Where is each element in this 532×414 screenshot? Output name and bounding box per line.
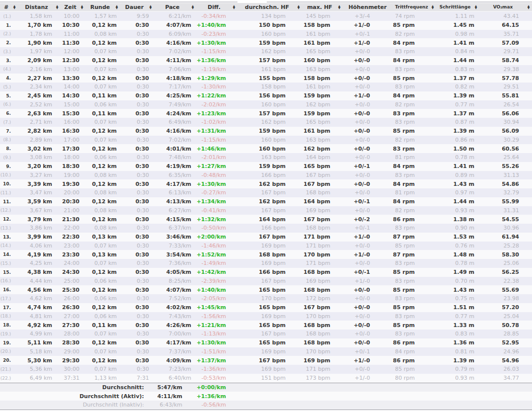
lap-row[interactable]: 2.1,90 km11:300,12 km0:304:16/km+1:30/km… — [0, 38, 532, 47]
cell-diff: -2:39/km — [196, 277, 237, 286]
column-header-max-hf[interactable]: max. HF▲▼ — [302, 3, 343, 11]
sort-icon[interactable]: ▲▼ — [115, 5, 119, 9]
inactive-lap-row[interactable]: (4.)2,16 km13:000,07 km0:307:06/km-1:19/… — [0, 65, 532, 74]
inactive-lap-row[interactable]: (15.)4,25 km24:000,07 km0:307:36/km-1:49… — [0, 259, 532, 268]
lap-row[interactable]: 14.4,19 km23:300,13 km0:303:54/km+1:52/k… — [0, 250, 532, 259]
cell-time: 29:00 — [61, 347, 85, 356]
cell-vo2max: 28.85 — [479, 330, 532, 338]
lap-row[interactable]: 15.4,38 km24:300,12 km0:304:05/km+1:42/k… — [0, 268, 532, 277]
lap-row[interactable]: 5.2,45 km14:300,11 km0:304:25/km+1:22/km… — [0, 91, 532, 100]
inactive-lap-row[interactable]: (17.)4,62 km26:000,06 km0:307:52/km-2:05… — [0, 294, 532, 303]
inactive-lap-row[interactable]: (14.)4,06 km23:000,07 km0:307:33/km-1:46… — [0, 242, 532, 250]
sort-icon[interactable]: ▲▼ — [527, 5, 531, 9]
sort-icon[interactable]: ▲▼ — [297, 5, 301, 9]
cell-pace: 7:43/km — [154, 312, 196, 321]
inactive-lap-row[interactable]: (13.)3,86 km22:000,08 km0:306:37/km-0:50… — [0, 224, 532, 233]
cell-lap: 0,08 km — [85, 171, 120, 180]
inactive-lap-row[interactable]: (3.)1,97 km12:000,07 km0:307:02/km-1:15/… — [0, 47, 532, 56]
column-header-pace[interactable]: Pace▲▼ — [154, 3, 196, 11]
inactive-lap-row[interactable]: (5.)2,34 km14:000,07 km0:307:17/km-1:30/… — [0, 83, 532, 91]
column-header-durchschn-hf[interactable]: durchschn. HF▲▼ — [237, 3, 302, 11]
column-header-trittfrequenz[interactable]: Trittfrequenz▲▼ — [392, 3, 436, 11]
lap-row[interactable]: 7.2,82 km16:300,12 km0:304:16/km+1:31/km… — [0, 127, 532, 136]
lap-row[interactable]: 12.3,79 km21:300,12 km0:304:15/km+1:32/k… — [0, 215, 532, 224]
cell-cadence: 81 rpm — [392, 153, 436, 162]
inactive-lap-row[interactable]: (22.)6,49 km37:311,13 km7:316:40/km-0:53… — [0, 374, 532, 383]
lap-row[interactable]: 1.1,70 km10:300,12 km0:304:07/km+1:40/km… — [0, 21, 532, 30]
cell-distance: 2,63 km — [18, 109, 61, 118]
inactive-lap-row[interactable]: (11.)3,47 km20:000,08 km0:306:13/km-0:27… — [0, 188, 532, 197]
cell-max-hr: 168 bpm — [302, 188, 343, 197]
inactive-lap-row[interactable]: (7.)2,71 km16:000,07 km0:306:49/km-1:02/… — [0, 118, 532, 127]
column-header-#[interactable]: #▲▼ — [0, 3, 18, 11]
inactive-lap-row[interactable]: (16.)4,44 km25:000,06 km0:308:25/km-2:39… — [0, 277, 532, 286]
cell-elevation: +0/-1 — [343, 197, 392, 206]
column-header-schrittl-nge[interactable]: Schrittlänge▲▼ — [436, 3, 479, 11]
sort-icon[interactable]: ▲▼ — [337, 5, 341, 9]
cell-vo2max: 24.96 — [479, 347, 532, 356]
inactive-lap-row[interactable]: (18.)4,81 km27:000,06 km0:307:43/km-1:56… — [0, 312, 532, 321]
column-header-distanz[interactable]: Distanz▲▼ — [18, 3, 61, 11]
sort-icon[interactable]: ▲▼ — [55, 5, 59, 9]
lap-row[interactable]: 3.2,09 km12:300,12 km0:304:11/km+1:36/km… — [0, 56, 532, 65]
cell-diff: -1:30/km — [196, 83, 237, 91]
cell-avg-hr: 134 bpm — [237, 11, 302, 21]
sort-icon[interactable]: ▲▼ — [232, 5, 236, 9]
lap-row[interactable]: 11.3,59 km20:300,12 km0:304:13/km+1:34/k… — [0, 197, 532, 206]
lap-row[interactable]: 20.5,30 km29:300,12 km0:304:09/km+1:37/k… — [0, 356, 532, 365]
lap-row[interactable]: 10.3,39 km19:300,12 km0:304:17/km+1:30/k… — [0, 179, 532, 188]
lap-row[interactable]: 18.4,92 km27:300,11 km0:304:26/km+1:21/k… — [0, 321, 532, 330]
cell-avg-hr: 167 bpm — [237, 188, 302, 197]
cell-time: 28:00 — [61, 330, 85, 338]
sort-icon[interactable]: ▲▼ — [149, 5, 152, 9]
cell-lap: 0,07 km — [85, 259, 120, 268]
cell-vo2max: 30.96 — [479, 224, 532, 233]
inactive-lap-row[interactable]: (9.)3,08 km18:000,06 km0:307:48/km-2:01/… — [0, 153, 532, 162]
cell-num: (6.) — [0, 100, 18, 109]
inactive-lap-row[interactable]: (19.)4,99 km28:000,07 km0:307:00/km-1:13… — [0, 330, 532, 338]
cell-diff: +1:40/km — [196, 21, 237, 30]
lap-row[interactable]: 13.3,99 km22:300,13 km0:303:46/km+2:00/k… — [0, 233, 532, 242]
lap-row[interactable]: 17.4,74 km26:300,12 km0:304:02/km+1:45/k… — [0, 303, 532, 312]
sort-icon[interactable]: ▲▼ — [191, 5, 195, 9]
inactive-lap-row[interactable]: (20.)5,18 km29:000,07 km0:307:37/km-1:51… — [0, 347, 532, 356]
cell-num: 13. — [0, 233, 18, 242]
inactive-lap-row[interactable]: (1.)1,58 km10:001,57 km9:596:21/km-0:34/… — [0, 11, 532, 21]
column-label: Runde — [85, 4, 115, 10]
sort-icon[interactable]: ▲▼ — [474, 5, 478, 9]
cell-diff: -1:13/km — [196, 330, 237, 338]
lap-row[interactable]: 9.3,20 km18:300,12 km0:304:19/km+1:27/km… — [0, 162, 532, 171]
column-header-zeit[interactable]: Zeit▲▼ — [61, 3, 85, 11]
cell-vo2max: 34.77 — [479, 374, 532, 383]
inactive-lap-row[interactable]: (21.)5,36 km30:000,07 km0:307:23/km-1:36… — [0, 365, 532, 374]
lap-row[interactable]: 6.2,63 km15:300,11 km0:304:24/km+1:23/km… — [0, 109, 532, 118]
column-header-diff-[interactable]: Diff.▲▼ — [196, 3, 237, 11]
cell-pace: 7:52/km — [154, 294, 196, 303]
lap-row[interactable]: 16.4,56 km25:300,12 km0:304:07/km+1:40/k… — [0, 285, 532, 294]
cell-time: 20:00 — [61, 188, 85, 197]
cell-num: (11.) — [0, 188, 18, 197]
column-header-vo-max[interactable]: VO₂max▲▼ — [479, 3, 532, 11]
inactive-lap-row[interactable]: (6.)2,52 km15:000,06 km0:307:49/km-2:02/… — [0, 100, 532, 109]
column-header-runde[interactable]: Runde▲▼ — [85, 3, 120, 11]
lap-row[interactable]: 8.3,02 km17:300,12 km0:304:01/km+1:46/km… — [0, 144, 532, 153]
sort-icon[interactable]: ▲▼ — [80, 5, 84, 9]
lap-row[interactable]: 19.5,11 km28:300,12 km0:304:17/km+1:30/k… — [0, 338, 532, 347]
column-header-dauer[interactable]: Dauer▲▼ — [120, 3, 154, 11]
sort-icon[interactable]: ▲▼ — [12, 5, 16, 9]
cell-time: 25:30 — [61, 285, 85, 294]
average-label: Durchschnitt: — [0, 383, 154, 392]
cell-time: 29:30 — [61, 356, 85, 365]
cell-stride: 1.44 m — [436, 197, 479, 206]
cell-stride: 0.97 m — [436, 188, 479, 197]
cell-avg-hr: 161 bpm — [237, 65, 302, 74]
inactive-lap-row[interactable]: (12.)3,67 km21:000,08 km0:306:27/km-0:41… — [0, 206, 532, 215]
cell-avg-hr: 151 bpm — [237, 374, 302, 383]
cell-time: 11:30 — [61, 38, 85, 47]
inactive-lap-row[interactable]: (2.)1,78 km11:000,08 km0:306:09/km-0:23/… — [0, 30, 532, 39]
cell-num: (15.) — [0, 259, 18, 268]
inactive-lap-row[interactable]: (8.)2,89 km17:000,07 km0:307:02/km-1:15/… — [0, 136, 532, 145]
lap-row[interactable]: 4.2,27 km13:300,12 km0:304:18/km+1:29/km… — [0, 74, 532, 83]
inactive-lap-row[interactable]: (10.)3,27 km19:000,08 km0:306:35/km-0:48… — [0, 171, 532, 180]
sort-icon[interactable]: ▲▼ — [431, 5, 435, 9]
